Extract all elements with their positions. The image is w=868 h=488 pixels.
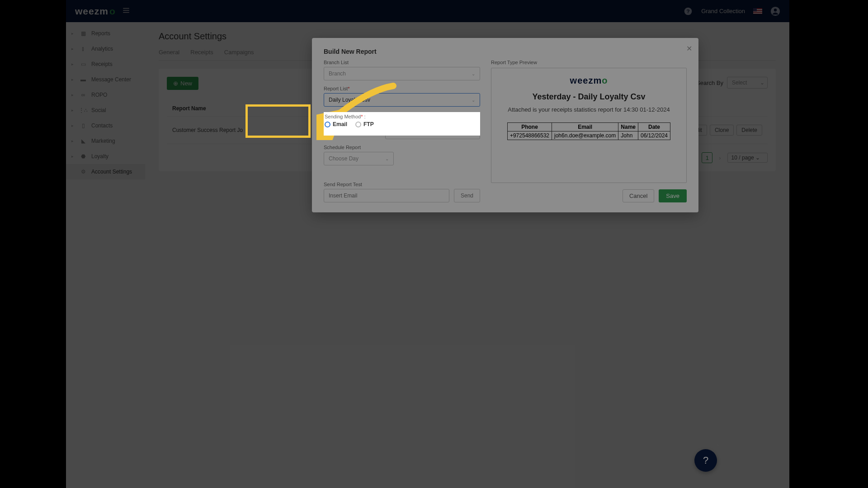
radio-icon — [355, 122, 361, 127]
preview-cell-name: John — [618, 131, 638, 140]
radio-email-label: Email — [333, 121, 347, 127]
preview-subtitle: Attached is your receipts statistics rep… — [499, 105, 679, 114]
report-list-select[interactable]: Daily Loyalty Csv⌄ — [324, 93, 480, 107]
radio-icon — [325, 122, 330, 127]
test-email-input[interactable] — [324, 189, 449, 202]
send-test-label: Send Report Test — [324, 182, 480, 187]
branch-list-label: Branch List — [324, 60, 480, 65]
modal-title: Build New Report — [324, 48, 687, 55]
help-close-x[interactable]: X — [716, 442, 719, 447]
save-button[interactable]: Save — [659, 189, 687, 202]
preview-cell-phone: +972548866532 — [507, 131, 552, 140]
branch-select[interactable]: Branch⌄ — [324, 67, 480, 80]
help-bubble-icon[interactable]: ? — [694, 449, 717, 472]
preview-title: Yesterday - Daily Loyalty Csv — [499, 92, 679, 102]
preview-col-name: Name — [618, 122, 638, 131]
report-list-value: Daily Loyalty Csv — [329, 97, 370, 103]
preview-box: weezmo Yesterday - Daily Loyalty Csv Att… — [491, 68, 687, 183]
schedule-select[interactable]: Choose Day⌄ — [324, 152, 394, 165]
sending-method-label: Sending Method* : — [325, 114, 479, 119]
chevron-down-icon: ⌄ — [385, 156, 389, 161]
schedule-placeholder: Choose Day — [329, 155, 359, 162]
send-test-button[interactable]: Send — [454, 189, 480, 202]
preview-table: Phone Email Name Date +972548866532 joh6… — [507, 122, 670, 140]
chevron-down-icon: ⌄ — [472, 98, 475, 103]
chevron-down-icon: ⌄ — [472, 71, 475, 76]
radio-ftp-label: FTP — [363, 121, 374, 127]
sending-method-radios: Email FTP — [325, 121, 479, 127]
preview-cell-email: joh6n.doe@example.com — [552, 131, 618, 140]
preview-label: Report Type Preview — [491, 60, 687, 65]
preview-col-email: Email — [552, 122, 618, 131]
cancel-button[interactable]: Cancel — [623, 189, 654, 202]
preview-logo: weezmo — [499, 75, 679, 86]
radio-ftp[interactable]: FTP — [355, 121, 374, 127]
branch-placeholder: Branch — [329, 70, 346, 77]
preview-cell-date: 06/12/2024 — [638, 131, 670, 140]
radio-email[interactable]: Email — [325, 121, 347, 127]
preview-col-phone: Phone — [507, 122, 552, 131]
report-list-label: Report List* — [324, 86, 480, 91]
build-report-modal: ✕ Build New Report Branch List Branch⌄ R… — [312, 38, 698, 212]
schedule-label: Schedule Report — [324, 145, 480, 150]
close-icon[interactable]: ✕ — [686, 44, 692, 53]
preview-col-date: Date — [638, 122, 670, 131]
